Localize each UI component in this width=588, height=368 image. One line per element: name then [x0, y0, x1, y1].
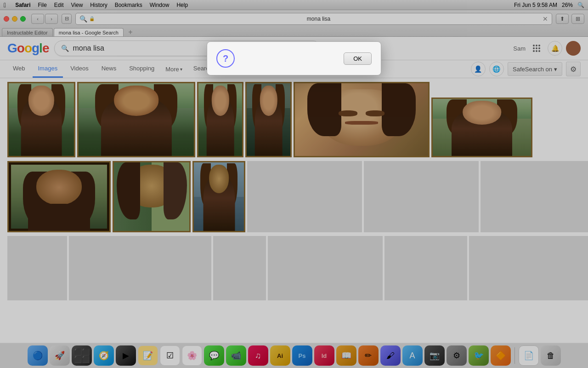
dialog-ok-button[interactable]: OK — [344, 52, 372, 65]
dialog-overlay: ? OK — [0, 0, 588, 368]
dialog: ? OK — [207, 41, 381, 75]
dialog-question-icon: ? — [216, 49, 235, 68]
